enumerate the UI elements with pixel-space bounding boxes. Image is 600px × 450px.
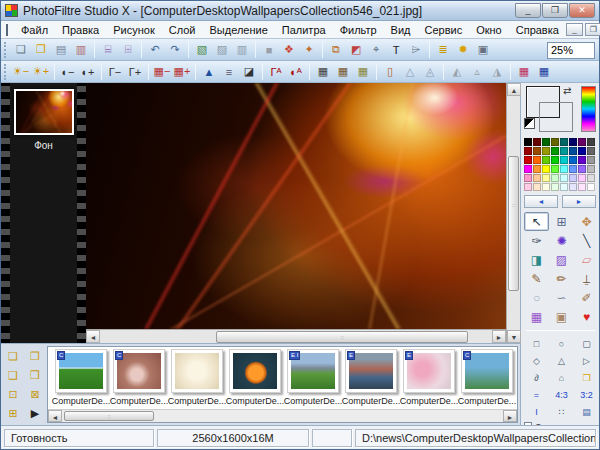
mdi-restore-button[interactable]: ❐ xyxy=(585,23,600,36)
canvas-vscrollbar[interactable]: ▲ :: ▼ xyxy=(506,83,520,343)
palette-color[interactable] xyxy=(542,156,550,164)
palette-color[interactable] xyxy=(533,138,541,146)
artistic-copy-tool[interactable]: ▣ xyxy=(549,307,574,326)
magic-wand-tool[interactable]: ✺ xyxy=(549,231,574,250)
photomasque-button[interactable]: ▯ xyxy=(380,62,400,81)
palette-color[interactable] xyxy=(569,165,577,173)
save-as-button[interactable]: ▥ xyxy=(71,40,91,59)
palette-color[interactable] xyxy=(542,138,550,146)
browser-thumbnail[interactable]: C ComputerDe... xyxy=(52,349,110,409)
triangle-shape[interactable]: △ xyxy=(549,352,574,369)
cursor-tool[interactable]: ↖ xyxy=(524,212,549,231)
explorer-format-button[interactable]: ❏ xyxy=(3,347,23,366)
relief-button[interactable]: ◭ xyxy=(447,62,467,81)
explorer-save-button[interactable]: ❒ xyxy=(25,366,45,385)
brightness-minus-button[interactable]: ☀− xyxy=(11,62,31,81)
sharpen-button[interactable]: ◬ xyxy=(420,62,440,81)
palette-color[interactable] xyxy=(524,156,532,164)
palette-color[interactable] xyxy=(524,147,532,155)
saturation-plus-button[interactable]: ▦+ xyxy=(172,62,192,81)
vivid-colors-button[interactable]: ▦ xyxy=(514,62,534,81)
scroll-down-button[interactable]: ▼ xyxy=(507,330,521,343)
palette-color[interactable] xyxy=(542,165,550,173)
fill-tool[interactable]: ◨ xyxy=(524,250,549,269)
explorer-insert-button[interactable]: ❐ xyxy=(25,347,45,366)
palette-color[interactable] xyxy=(578,138,586,146)
gamma-minus-button[interactable]: Γ− xyxy=(105,62,125,81)
levels-button[interactable]: ≡ xyxy=(219,62,239,81)
new-file-button[interactable]: ❏ xyxy=(11,40,31,59)
undo-button[interactable]: ↶ xyxy=(145,40,165,59)
palette-color[interactable] xyxy=(533,147,541,155)
menu-file[interactable]: Файл xyxy=(14,23,55,37)
contrast-plus-button[interactable]: ◐+ xyxy=(78,62,98,81)
ratio-4-3-button[interactable]: 4:3 xyxy=(549,386,574,403)
histogram-button[interactable]: ▲ xyxy=(199,62,219,81)
palette-color[interactable] xyxy=(542,174,550,182)
palette-color[interactable] xyxy=(524,174,532,182)
browser-thumbnail[interactable]: E ComputerDe... xyxy=(400,349,458,409)
palette-color[interactable] xyxy=(560,138,568,146)
auto-levels-button[interactable]: Γᴬ xyxy=(266,62,286,81)
scroll-left-button[interactable]: ◄ xyxy=(86,330,100,343)
palette-color[interactable] xyxy=(560,174,568,182)
load-selection-button[interactable]: ❒ xyxy=(574,369,599,386)
palette-color[interactable] xyxy=(551,138,559,146)
palette-color[interactable] xyxy=(560,147,568,155)
maximize-button[interactable]: ❐ xyxy=(542,3,568,18)
transparent-color-button[interactable]: ◩ xyxy=(346,40,366,59)
pipette-tool[interactable]: ✑ xyxy=(524,231,549,250)
browser-thumbnail[interactable]: ComputerDe... xyxy=(226,349,284,409)
layer-thumbnail[interactable] xyxy=(14,89,74,135)
advanced-brush-tool[interactable]: ✏ xyxy=(549,269,574,288)
artistic-button[interactable]: ◮ xyxy=(487,62,507,81)
redo-button[interactable]: ↷ xyxy=(165,40,185,59)
spray-tool[interactable]: ▨ xyxy=(549,250,574,269)
nozzle-tool[interactable]: ✐ xyxy=(574,288,599,307)
open-file-button[interactable]: ❒ xyxy=(31,40,51,59)
hue-gradient-strip[interactable] xyxy=(581,86,596,132)
palette-color[interactable] xyxy=(524,165,532,173)
ratio-1-1-button[interactable]: = xyxy=(524,386,549,403)
path-button[interactable]: ⌲ xyxy=(406,40,426,59)
saturation-minus-button[interactable]: ▦− xyxy=(152,62,172,81)
layer-button[interactable]: ■ xyxy=(259,40,279,59)
manual-size-button[interactable]: I xyxy=(524,403,549,420)
default-colors-icon[interactable] xyxy=(524,118,535,129)
menu-palette[interactable]: Палитра xyxy=(275,23,333,37)
pattern-fine-button[interactable]: ▦ xyxy=(313,62,333,81)
palette-color[interactable] xyxy=(587,174,595,182)
palette-color[interactable] xyxy=(560,156,568,164)
browser-thumbnail[interactable]: E I ComputerDe... xyxy=(284,349,342,409)
zoom-combo[interactable] xyxy=(547,40,595,59)
scroll-right-button[interactable]: ► xyxy=(492,330,506,343)
palette-color[interactable] xyxy=(578,156,586,164)
minimize-button[interactable]: _ xyxy=(515,3,541,18)
diamond-shape[interactable]: ◇ xyxy=(524,352,549,369)
print-button[interactable]: ⌸ xyxy=(98,40,118,59)
palette-color[interactable] xyxy=(569,183,577,191)
plugins-button[interactable]: ✹ xyxy=(453,40,473,59)
negative-button[interactable]: ◪ xyxy=(239,62,259,81)
palette-color[interactable] xyxy=(578,147,586,155)
save-button[interactable]: ▤ xyxy=(51,40,71,59)
clone-stamp-tool[interactable]: ⍊ xyxy=(574,269,599,288)
palette-color[interactable] xyxy=(560,183,568,191)
image-mode-button[interactable]: ✦ xyxy=(299,40,319,59)
brush-tool[interactable]: ✎ xyxy=(524,269,549,288)
color-palette-button[interactable]: ❖ xyxy=(279,40,299,59)
ellipse-shape[interactable]: ○ xyxy=(549,335,574,352)
palette-color[interactable] xyxy=(542,183,550,191)
vscroll-thumb[interactable]: :: xyxy=(508,156,519,291)
swap-colors-icon[interactable]: ⇄ xyxy=(563,85,571,96)
explorer-copy-button[interactable]: ⊠ xyxy=(25,385,45,404)
contrast-minus-button[interactable]: ◐− xyxy=(58,62,78,81)
explorer-thumbnails-button[interactable]: ⊞ xyxy=(3,404,23,423)
background-color-swatch[interactable] xyxy=(539,102,573,132)
zoom-selection-button[interactable]: ⌖ xyxy=(366,40,386,59)
text-button[interactable]: T xyxy=(386,40,406,59)
palette-next-button[interactable]: ► xyxy=(562,195,596,208)
mdi-minimize-button[interactable]: _ xyxy=(566,23,583,36)
monitor-colors-button[interactable]: ▦ xyxy=(534,62,554,81)
menu-selection[interactable]: Выделение xyxy=(202,23,274,37)
